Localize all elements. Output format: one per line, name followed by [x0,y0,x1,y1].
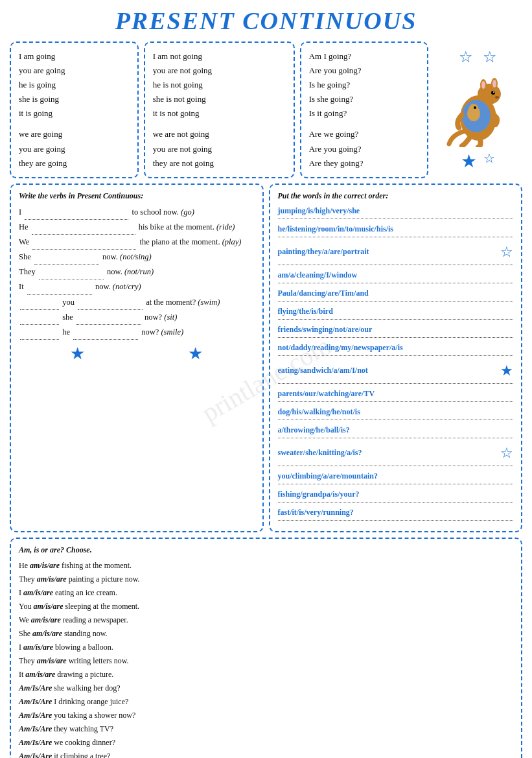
svg-point-3 [481,81,485,89]
ex1-line-5: They now. (not/run) [19,265,255,279]
scramble-item-16: fast/it/is/very/running? [278,506,514,521]
ex3-s9: It am/is/are drawing a picture. [19,668,513,681]
aff-line-6: we are going [19,127,130,141]
ex1-line-9: he now? (smile) [19,325,255,340]
neg-line-3: he is not going [153,78,286,92]
svg-point-7 [493,91,494,93]
q-line-4: Is she going? [309,92,420,106]
exercise3-title: Am, is or are? Choose. [19,545,513,555]
star-icon-2: ☆ [483,48,497,66]
svg-point-12 [474,106,476,109]
aff-line-8: they are going [19,156,130,171]
svg-point-8 [495,96,499,99]
middle-section: Write the verbs in Present Continuous: I… [10,184,522,532]
q-line-7: Are you going? [309,142,420,156]
scramble-item-13: sweater/she/knitting/a/is? ☆ [278,442,514,464]
svg-point-6 [491,91,495,95]
ex3-s10: Am/Is/Are she walking her dog? [19,681,513,695]
star-icon-3: ★ [461,150,477,172]
ex3-s3: I am/is/are eating an ice cream. [19,586,513,600]
neg-line-7: you are not going [153,142,286,156]
q-line-8: Are they going? [309,156,420,171]
scramble-item-4: am/a/cleaning/I/window [278,269,514,283]
kangaroo-image [443,69,514,147]
q-line-6: Are we going? [309,127,420,141]
scramble-item-10: parents/our/watching/are/TV [278,388,514,402]
aff-line-7: you are going [19,142,130,156]
star-icon-1: ☆ [459,48,473,66]
kangaroo-area: ☆ ☆ [434,41,522,178]
neg-line-8: they are not going [153,156,286,171]
exercise3-sentences: He am/is/are fishing at the moment. They… [19,559,513,758]
bottom-section: Am, is or are? Choose. He am/is/are fish… [10,538,522,758]
neg-line-1: I am not going [153,49,286,64]
exercise1-box: Write the verbs in Present Continuous: I… [10,184,264,532]
exercise1-lines: I to school now. (go) He his bike at the… [19,205,255,340]
scramble-item-3: painting/they/a/are/portrait ☆ [278,241,514,263]
ex3-s7: I am/is/are blowing a balloon. [19,641,513,654]
page-title: PRESENT CONTINUOUS [10,6,522,35]
ex1-line-4: She now. (not/sing) [19,250,255,265]
star-deco-5: ☆ [500,442,513,464]
ex3-s6: She am/is/are standing now. [19,627,513,641]
ex3-s12: Am/Is/Are you taking a shower now? [19,709,513,722]
neg-line-2: you are not going [153,64,286,78]
aff-line-4: she is going [19,92,130,106]
scramble-item-14: you/climbing/a/are/mountain? [278,470,514,484]
exercise2-title: Put the words in the correct order: [278,191,514,201]
q-line-3: Is he going? [309,78,420,92]
exercise2-box: Put the words in the correct order: jump… [269,184,523,532]
ex3-s1: He am/is/are fishing at the moment. [19,559,513,573]
affirmative-box: I am going you are going he is going she… [10,41,139,178]
ex3-s8: They am/is/are writing letters now. [19,654,513,668]
questions-content: Am I going? Are you going? Is he going? … [309,49,420,171]
affirmative-content: I am going you are going he is going she… [19,49,130,171]
scramble-item-15: fishing/grandpa/is/your? [278,488,514,503]
scramble-item-9: eating/sandwich/a/am/I/not ★ [278,360,514,381]
scramble-item-5: Paula/dancing/are/Tim/and [278,287,514,302]
top-section: I am going you are going he is going she… [10,41,522,178]
svg-point-5 [492,80,496,88]
aff-line-5: it is going [19,106,130,121]
neg-line-4: she is not going [153,92,286,106]
exercise1-title: Write the verbs in Present Continuous: [19,191,255,201]
neg-line-5: it is not going [153,106,286,121]
ex1-line-3: We the piano at the moment. (play) [19,235,255,250]
ex1-line-7: you at the moment? (swim) [19,295,255,310]
svg-point-11 [469,104,478,113]
aff-line-1: I am going [19,49,130,64]
scramble-item-2: he/listening/room/in/to/music/his/is [278,223,514,237]
q-line-1: Am I going? [309,49,420,64]
star-icon-4: ☆ [483,150,495,172]
ex3-s14: Am/Is/Are we cooking dinner? [19,736,513,750]
star-deco-2: ★ [188,344,203,364]
scramble-item-11: dog/his/walking/he/not/is [278,406,514,420]
ex3-s13: Am/Is/Are they watching TV? [19,722,513,736]
exercise3-box: Am, is or are? Choose. He am/is/are fish… [10,538,522,758]
scramble-item-12: a/throwing/he/ball/is? [278,424,514,438]
neg-line-6: we are not going [153,127,286,141]
scramble-item-6: flying/the/is/bird [278,305,514,320]
questions-box: Am I going? Are you going? Is he going? … [300,41,429,178]
ex1-line-1: I to school now. (go) [19,205,255,220]
ex1-line-2: He his bike at the moment. (ride) [19,220,255,235]
ex3-s11: Am/Is/Are I drinking orange juice? [19,695,513,709]
q-line-5: Is it going? [309,106,420,121]
negative-content: I am not going you are not going he is n… [153,49,286,171]
scramble-item-1: jumping/is/high/very/she [278,205,514,219]
exercise2-items: jumping/is/high/very/she he/listening/ro… [278,205,514,521]
ex3-s2: They am/is/are painting a picture now. [19,573,513,586]
ex1-line-6: It now. (not/cry) [19,279,255,294]
aff-line-2: you are going [19,64,130,78]
q-line-2: Are you going? [309,64,420,78]
ex1-line-8: she now? (sit) [19,310,255,325]
ex3-s15: Am/Is/Are it climbing a tree? [19,750,513,758]
aff-line-3: he is going [19,78,130,92]
negative-box: I am not going you are not going he is n… [144,41,295,178]
star-deco-1: ★ [70,344,85,364]
ex3-s4: You am/is/are sleeping at the moment. [19,600,513,613]
ex3-s5: We am/is/are reading a newspaper. [19,613,513,627]
star-deco-3: ☆ [500,241,513,263]
star-deco-4: ★ [500,360,513,381]
scramble-item-8: not/daddy/reading/my/newspaper/a/is [278,342,514,356]
